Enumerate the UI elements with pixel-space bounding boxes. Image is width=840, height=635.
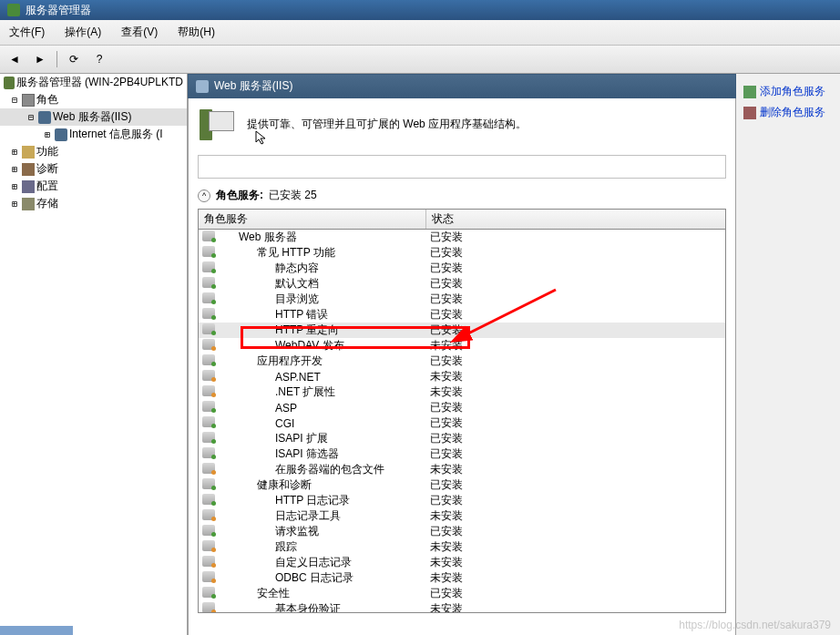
table-row[interactable]: WebDAV 发布未安装: [199, 338, 725, 353]
expander-icon[interactable]: ⊞: [42, 129, 53, 139]
forward-button[interactable]: ►: [29, 49, 51, 69]
installed-icon: [202, 261, 215, 272]
help-button[interactable]: ?: [88, 49, 110, 69]
th-state[interactable]: 状态: [426, 210, 563, 229]
service-state: 未安装: [426, 570, 463, 586]
tree-storage-label: 存储: [36, 196, 58, 211]
service-name: 请求监视: [220, 524, 426, 539]
tree-diagnostics[interactable]: ⊞ 诊断: [0, 160, 187, 178]
tree-storage[interactable]: ⊞ 存储: [0, 195, 187, 212]
service-name: 基本身份验证: [220, 601, 426, 612]
expander-icon[interactable]: ⊟: [9, 95, 20, 105]
installed-icon: [202, 230, 215, 241]
tree-root[interactable]: 服务器管理器 (WIN-2PB4UPLKTD: [0, 74, 187, 91]
table-row[interactable]: 请求监视已安装: [199, 524, 725, 539]
add-role-service-link[interactable]: 添加角色服务: [742, 81, 835, 102]
service-name: 在服务器端的包含文件: [220, 462, 426, 477]
service-state: 未安装: [426, 601, 463, 612]
service-name: HTTP 重定向: [220, 323, 426, 338]
watermark: https://blog.csdn.net/sakura379: [679, 619, 831, 631]
th-name[interactable]: 角色服务: [199, 210, 426, 229]
service-name: WebDAV 发布: [220, 338, 426, 353]
service-state: 未安装: [426, 369, 463, 384]
menu-action[interactable]: 操作(A): [61, 23, 105, 42]
back-icon: ◄: [9, 53, 20, 66]
not-installed-icon: [202, 602, 215, 612]
service-name: CGI: [220, 417, 426, 430]
service-state: 已安装: [426, 415, 463, 431]
installed-icon: [202, 478, 215, 489]
table-row[interactable]: 跟踪未安装: [199, 539, 725, 555]
table-row[interactable]: 基本身份验证未安装: [199, 601, 725, 612]
table-row[interactable]: ISAPI 扩展已安装: [199, 431, 725, 446]
table-row[interactable]: ODBC 日志记录未安装: [199, 570, 725, 586]
section-count: 已安装 25: [269, 188, 317, 203]
tree-configuration-label: 配置: [36, 179, 58, 194]
tree-internet-service[interactable]: ⊞ Internet 信息服务 (I: [0, 126, 187, 143]
section-header: ^ 角色服务: 已安装 25: [198, 188, 726, 203]
table-row[interactable]: 日志记录工具未安装: [199, 508, 725, 524]
table-row[interactable]: HTTP 错误已安装: [199, 307, 725, 323]
tree-web-iis-label: Web 服务器(IIS): [53, 109, 131, 125]
expander-icon[interactable]: ⊞: [9, 181, 20, 191]
not-installed-icon: [202, 556, 215, 567]
service-state: 已安装: [426, 524, 463, 539]
collapse-icon[interactable]: ^: [198, 189, 210, 202]
content-body: 提供可靠、可管理并且可扩展的 Web 应用程序基础结构。 ^ 角色服务: 已安装…: [188, 98, 736, 635]
service-state: 已安装: [426, 400, 463, 415]
table-row[interactable]: ASP已安装: [199, 400, 725, 415]
menu-view[interactable]: 查看(V): [118, 23, 161, 42]
service-name: 默认文档: [220, 276, 426, 292]
service-state: 未安装: [426, 384, 463, 400]
bottom-bar: [0, 626, 73, 635]
tree-configuration[interactable]: ⊞ 配置: [0, 178, 187, 195]
not-installed-icon: [202, 571, 215, 582]
menu-file[interactable]: 文件(F): [5, 23, 48, 42]
table-row[interactable]: 静态内容已安装: [199, 261, 725, 276]
table-row[interactable]: 默认文档已安装: [199, 276, 725, 292]
expander-icon[interactable]: ⊞: [9, 199, 20, 209]
table-row[interactable]: 在服务器端的包含文件未安装: [199, 462, 725, 477]
table-row[interactable]: HTTP 重定向已安装: [199, 323, 725, 338]
service-state: 已安装: [426, 323, 463, 338]
not-installed-icon: [202, 339, 215, 350]
service-state: 已安装: [426, 477, 463, 493]
service-state: 未安装: [426, 539, 463, 555]
remove-icon: [743, 107, 756, 119]
installed-icon: [202, 587, 215, 598]
expander-icon[interactable]: ⊞: [9, 164, 20, 174]
tree-diagnostics-label: 诊断: [36, 161, 58, 177]
service-state: 未安装: [426, 462, 463, 477]
table-row[interactable]: 安全性已安装: [199, 586, 725, 601]
table-row[interactable]: 自定义日志记录未安装: [199, 555, 725, 570]
title-bar: 服务器管理器: [0, 0, 840, 20]
expander-icon[interactable]: ⊟: [26, 112, 36, 122]
table-row[interactable]: 目录浏览已安装: [199, 292, 725, 307]
refresh-button[interactable]: ⟳: [63, 49, 85, 69]
table-row[interactable]: ASP.NET未安装: [199, 369, 725, 384]
expander-icon[interactable]: ⊞: [9, 147, 20, 157]
table-row[interactable]: CGI已安装: [199, 415, 725, 431]
tree-roles[interactable]: ⊟ 角色: [0, 91, 187, 108]
service-name: ISAPI 筛选器: [220, 446, 426, 462]
tree-web-iis[interactable]: ⊟ Web 服务器(IIS): [0, 108, 187, 126]
toolbar: ◄ ► ⟳ ?: [0, 46, 840, 74]
table-row[interactable]: 常见 HTTP 功能已安装: [199, 245, 725, 261]
table-row[interactable]: HTTP 日志记录已安装: [199, 493, 725, 508]
menu-help[interactable]: 帮助(H): [174, 23, 219, 42]
table-row[interactable]: ISAPI 筛选器已安装: [199, 446, 725, 462]
description-text: 提供可靠、可管理并且可扩展的 Web 应用程序基础结构。: [247, 118, 527, 130]
tree-features[interactable]: ⊞ 功能: [0, 143, 187, 160]
table-row[interactable]: Web 服务器已安装: [199, 230, 725, 245]
installed-icon: [202, 525, 215, 536]
remove-role-service-link[interactable]: 删除角色服务: [742, 102, 835, 123]
content-header-title: Web 服务器(IIS): [214, 78, 292, 94]
add-role-service-label: 添加角色服务: [760, 84, 825, 99]
remove-role-service-label: 删除角色服务: [760, 105, 825, 120]
table-row[interactable]: 健康和诊断已安装: [199, 477, 725, 493]
table-row[interactable]: .NET 扩展性未安装: [199, 384, 725, 400]
storage-icon: [22, 198, 35, 210]
installed-icon: [202, 246, 215, 257]
table-row[interactable]: 应用程序开发已安装: [199, 353, 725, 369]
back-button[interactable]: ◄: [4, 49, 26, 69]
